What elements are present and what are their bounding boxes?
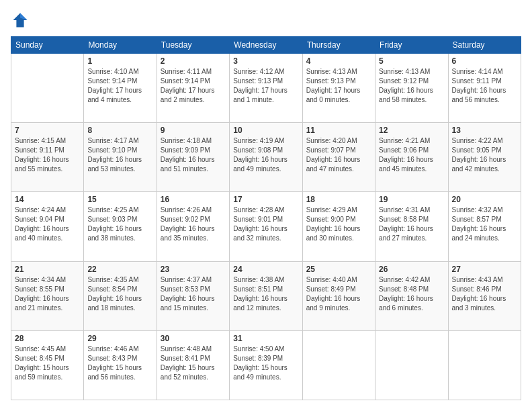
- day-number: 6: [452, 56, 517, 66]
- calendar-week-row: 1Sunrise: 4:10 AMSunset: 9:14 PMDaylight…: [11, 54, 521, 123]
- day-info: Sunrise: 4:28 AMSunset: 9:01 PMDaylight:…: [233, 205, 298, 243]
- day-number: 21: [15, 265, 80, 274]
- day-number: 5: [379, 56, 444, 66]
- day-info: Sunrise: 4:17 AMSunset: 9:10 PMDaylight:…: [87, 136, 152, 174]
- day-info: Sunrise: 4:29 AMSunset: 9:00 PMDaylight:…: [306, 205, 371, 243]
- calendar-cell: [11, 54, 84, 123]
- day-number: 22: [87, 265, 152, 274]
- day-info: Sunrise: 4:13 AMSunset: 9:12 PMDaylight:…: [379, 67, 444, 105]
- day-number: 9: [161, 126, 226, 135]
- logo-icon: [11, 11, 30, 30]
- day-info: Sunrise: 4:19 AMSunset: 9:08 PMDaylight:…: [233, 136, 298, 174]
- calendar-cell: 8Sunrise: 4:17 AMSunset: 9:10 PMDaylight…: [84, 123, 157, 192]
- col-wednesday: Wednesday: [230, 37, 302, 54]
- day-number: 19: [379, 195, 444, 204]
- day-info: Sunrise: 4:12 AMSunset: 9:13 PMDaylight:…: [233, 67, 298, 105]
- calendar-cell: 28Sunrise: 4:45 AMSunset: 8:45 PMDayligh…: [11, 330, 84, 400]
- day-info: Sunrise: 4:48 AMSunset: 8:41 PMDaylight:…: [161, 345, 226, 382]
- day-info: Sunrise: 4:11 AMSunset: 9:14 PMDaylight:…: [161, 67, 226, 105]
- calendar-cell: 5Sunrise: 4:13 AMSunset: 9:12 PMDaylight…: [375, 54, 448, 123]
- day-info: Sunrise: 4:18 AMSunset: 9:09 PMDaylight:…: [161, 136, 226, 174]
- col-saturday: Saturday: [448, 37, 521, 54]
- day-number: 18: [306, 195, 371, 204]
- calendar-cell: [375, 330, 448, 400]
- calendar-cell: 14Sunrise: 4:24 AMSunset: 9:04 PMDayligh…: [11, 192, 84, 261]
- day-number: 27: [452, 265, 517, 274]
- day-info: Sunrise: 4:21 AMSunset: 9:06 PMDaylight:…: [379, 136, 444, 174]
- calendar-cell: 31Sunrise: 4:50 AMSunset: 8:39 PMDayligh…: [230, 330, 302, 400]
- col-tuesday: Tuesday: [157, 37, 229, 54]
- header: [11, 11, 521, 30]
- logo: [11, 11, 32, 30]
- calendar-cell: 9Sunrise: 4:18 AMSunset: 9:09 PMDaylight…: [157, 123, 229, 192]
- calendar-header-row: Sunday Monday Tuesday Wednesday Thursday…: [11, 37, 521, 54]
- calendar-cell: 30Sunrise: 4:48 AMSunset: 8:41 PMDayligh…: [157, 330, 229, 400]
- day-info: Sunrise: 4:38 AMSunset: 8:51 PMDaylight:…: [233, 275, 298, 313]
- day-info: Sunrise: 4:40 AMSunset: 8:49 PMDaylight:…: [306, 275, 371, 313]
- day-number: 23: [161, 265, 226, 274]
- calendar-cell: 20Sunrise: 4:32 AMSunset: 8:57 PMDayligh…: [448, 192, 521, 261]
- calendar-week-row: 21Sunrise: 4:34 AMSunset: 8:55 PMDayligh…: [11, 261, 521, 330]
- calendar-cell: [302, 330, 375, 400]
- calendar-cell: 21Sunrise: 4:34 AMSunset: 8:55 PMDayligh…: [11, 261, 84, 330]
- day-number: 30: [161, 334, 226, 343]
- day-info: Sunrise: 4:15 AMSunset: 9:11 PMDaylight:…: [15, 136, 80, 174]
- day-number: 3: [233, 56, 298, 66]
- day-info: Sunrise: 4:10 AMSunset: 9:14 PMDaylight:…: [87, 67, 152, 105]
- day-number: 29: [87, 334, 152, 343]
- day-info: Sunrise: 4:34 AMSunset: 8:55 PMDaylight:…: [15, 275, 80, 313]
- day-number: 26: [379, 265, 444, 274]
- calendar-week-row: 7Sunrise: 4:15 AMSunset: 9:11 PMDaylight…: [11, 123, 521, 192]
- calendar-cell: 12Sunrise: 4:21 AMSunset: 9:06 PMDayligh…: [375, 123, 448, 192]
- calendar-cell: 7Sunrise: 4:15 AMSunset: 9:11 PMDaylight…: [11, 123, 84, 192]
- calendar-cell: 24Sunrise: 4:38 AMSunset: 8:51 PMDayligh…: [230, 261, 302, 330]
- day-info: Sunrise: 4:35 AMSunset: 8:54 PMDaylight:…: [87, 275, 152, 313]
- calendar-cell: 23Sunrise: 4:37 AMSunset: 8:53 PMDayligh…: [157, 261, 229, 330]
- day-number: 25: [306, 265, 371, 274]
- calendar-cell: 16Sunrise: 4:26 AMSunset: 9:02 PMDayligh…: [157, 192, 229, 261]
- day-info: Sunrise: 4:25 AMSunset: 9:03 PMDaylight:…: [87, 205, 152, 243]
- day-info: Sunrise: 4:24 AMSunset: 9:04 PMDaylight:…: [15, 205, 80, 243]
- calendar-cell: 29Sunrise: 4:46 AMSunset: 8:43 PMDayligh…: [84, 330, 157, 400]
- day-number: 17: [233, 195, 298, 204]
- day-number: 2: [161, 56, 226, 66]
- day-info: Sunrise: 4:45 AMSunset: 8:45 PMDaylight:…: [15, 345, 80, 382]
- calendar-cell: 22Sunrise: 4:35 AMSunset: 8:54 PMDayligh…: [84, 261, 157, 330]
- col-friday: Friday: [375, 37, 448, 54]
- day-info: Sunrise: 4:22 AMSunset: 9:05 PMDaylight:…: [452, 136, 517, 174]
- day-number: 10: [233, 126, 298, 135]
- day-info: Sunrise: 4:46 AMSunset: 8:43 PMDaylight:…: [87, 345, 152, 382]
- day-info: Sunrise: 4:13 AMSunset: 9:13 PMDaylight:…: [306, 67, 371, 105]
- calendar-cell: 27Sunrise: 4:43 AMSunset: 8:46 PMDayligh…: [448, 261, 521, 330]
- day-number: 14: [15, 195, 80, 204]
- day-info: Sunrise: 4:20 AMSunset: 9:07 PMDaylight:…: [306, 136, 371, 174]
- calendar-cell: 3Sunrise: 4:12 AMSunset: 9:13 PMDaylight…: [230, 54, 302, 123]
- day-number: 7: [15, 126, 80, 135]
- day-info: Sunrise: 4:37 AMSunset: 8:53 PMDaylight:…: [161, 275, 226, 313]
- day-number: 15: [87, 195, 152, 204]
- day-number: 28: [15, 334, 80, 343]
- day-number: 13: [452, 126, 517, 135]
- calendar-cell: 10Sunrise: 4:19 AMSunset: 9:08 PMDayligh…: [230, 123, 302, 192]
- calendar-cell: 4Sunrise: 4:13 AMSunset: 9:13 PMDaylight…: [302, 54, 375, 123]
- calendar-cell: 25Sunrise: 4:40 AMSunset: 8:49 PMDayligh…: [302, 261, 375, 330]
- day-number: 11: [306, 126, 371, 135]
- day-info: Sunrise: 4:14 AMSunset: 9:11 PMDaylight:…: [452, 67, 517, 105]
- day-number: 31: [233, 334, 298, 343]
- day-number: 12: [379, 126, 444, 135]
- calendar-cell: 17Sunrise: 4:28 AMSunset: 9:01 PMDayligh…: [230, 192, 302, 261]
- calendar-cell: 15Sunrise: 4:25 AMSunset: 9:03 PMDayligh…: [84, 192, 157, 261]
- calendar-table: Sunday Monday Tuesday Wednesday Thursday…: [11, 36, 521, 400]
- calendar-cell: 18Sunrise: 4:29 AMSunset: 9:00 PMDayligh…: [302, 192, 375, 261]
- calendar-cell: 13Sunrise: 4:22 AMSunset: 9:05 PMDayligh…: [448, 123, 521, 192]
- day-number: 4: [306, 56, 371, 66]
- calendar-week-row: 28Sunrise: 4:45 AMSunset: 8:45 PMDayligh…: [11, 330, 521, 400]
- calendar-cell: 19Sunrise: 4:31 AMSunset: 8:58 PMDayligh…: [375, 192, 448, 261]
- day-number: 20: [452, 195, 517, 204]
- day-number: 16: [161, 195, 226, 204]
- calendar-cell: [448, 330, 521, 400]
- day-info: Sunrise: 4:42 AMSunset: 8:48 PMDaylight:…: [379, 275, 444, 313]
- calendar-cell: 6Sunrise: 4:14 AMSunset: 9:11 PMDaylight…: [448, 54, 521, 123]
- day-info: Sunrise: 4:31 AMSunset: 8:58 PMDaylight:…: [379, 205, 444, 243]
- day-info: Sunrise: 4:50 AMSunset: 8:39 PMDaylight:…: [233, 345, 298, 382]
